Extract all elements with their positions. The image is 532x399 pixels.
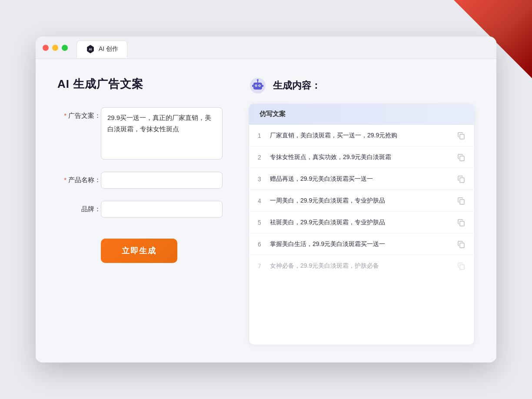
result-text: 赠品再送，29.9元美白淡斑霜买一送一: [270, 174, 457, 183]
copy-icon[interactable]: [457, 196, 466, 205]
minimize-button[interactable]: [52, 45, 58, 51]
result-item: 5祛斑美白，29.9元美白淡斑霜，专业护肤品: [249, 212, 474, 233]
svg-rect-13: [460, 156, 464, 161]
result-number: 7: [258, 263, 270, 269]
svg-rect-11: [262, 85, 263, 87]
copy-icon[interactable]: [457, 131, 466, 140]
result-item: 3赠品再送，29.9元美白淡斑霜买一送一: [249, 168, 474, 190]
result-item: 2专抹女性斑点，真实功效，29.9元美白淡斑霜: [249, 146, 474, 168]
svg-rect-15: [460, 200, 464, 204]
copy-icon[interactable]: [457, 262, 466, 270]
copy-icon[interactable]: [457, 175, 466, 183]
svg-point-9: [257, 79, 259, 81]
result-item: 6掌握美白生活，29.9元美白淡斑霜买一送一: [249, 233, 474, 255]
product-name-input[interactable]: 美白淡斑霜: [101, 172, 223, 189]
ad-copy-label: *广告文案：: [57, 107, 101, 120]
window-controls: [43, 45, 68, 51]
results-list: 1厂家直销，美白淡斑霜，买一送一，29.9元抢购 2专抹女性斑点，真实功效，29…: [249, 125, 474, 276]
maximize-button[interactable]: [62, 45, 68, 51]
svg-point-6: [256, 85, 256, 86]
svg-rect-3: [253, 83, 262, 90]
title-bar: AI AI 创作: [36, 37, 496, 59]
result-text: 祛斑美白，29.9元美白淡斑霜，专业护肤品: [270, 218, 457, 227]
result-item: 7女神必备，29.9元美白淡斑霜，护肤必备: [249, 255, 474, 276]
page-title: AI 生成广告文案: [57, 76, 223, 92]
left-panel: AI 生成广告文案 *广告文案： 29.9买一送一，真正的厂家直销，美白淡斑霜，…: [57, 76, 223, 345]
copy-icon[interactable]: [457, 240, 466, 249]
result-number: 3: [258, 176, 270, 183]
bot-icon: [249, 76, 267, 95]
results-card: 仿写文案 1厂家直销，美白淡斑霜，买一送一，29.9元抢购 2专抹女性斑点，真实…: [249, 103, 475, 345]
svg-rect-17: [460, 243, 464, 248]
result-text: 女神必备，29.9元美白淡斑霜，护肤必备: [270, 261, 457, 270]
form-row-ad-copy: *广告文案： 29.9买一送一，真正的厂家直销，美白淡斑霜，专抹女性斑点: [57, 107, 223, 160]
svg-rect-14: [460, 178, 464, 183]
result-number: 5: [258, 219, 270, 226]
svg-rect-16: [460, 221, 464, 226]
right-panel-title: 生成内容：: [273, 79, 321, 92]
results-header: 仿写文案: [249, 104, 474, 125]
brand-input[interactable]: 好白: [101, 201, 223, 218]
tab-label: AI 创作: [99, 45, 118, 53]
result-number: 6: [258, 241, 270, 248]
copy-icon[interactable]: [457, 153, 466, 162]
generate-button[interactable]: 立即生成: [101, 239, 177, 263]
right-header: 生成内容：: [249, 76, 475, 95]
required-star-2: *: [64, 176, 66, 183]
result-text: 厂家直销，美白淡斑霜，买一送一，29.9元抢购: [270, 131, 457, 140]
svg-point-7: [259, 85, 260, 86]
result-item: 4一周美白，29.9元美白淡斑霜，专业护肤品: [249, 190, 474, 212]
svg-rect-10: [252, 85, 253, 87]
main-content: AI 生成广告文案 *广告文案： 29.9买一送一，真正的厂家直销，美白淡斑霜，…: [36, 59, 496, 362]
result-number: 4: [258, 197, 270, 204]
right-panel: 生成内容： 仿写文案 1厂家直销，美白淡斑霜，买一送一，29.9元抢购 2专抹女…: [249, 76, 475, 345]
svg-text:AI: AI: [89, 47, 92, 51]
browser-window: AI AI 创作 AI 生成广告文案 *广告文案： 29.9买一送一，真正的厂家…: [36, 37, 496, 362]
form-row-brand: 品牌： 好白: [57, 201, 223, 218]
product-name-label: *产品名称：: [57, 172, 101, 184]
result-text: 掌握美白生活，29.9元美白淡斑霜买一送一: [270, 239, 457, 249]
result-number: 1: [258, 132, 270, 139]
result-item: 1厂家直销，美白淡斑霜，买一送一，29.9元抢购: [249, 125, 474, 146]
ai-tab-icon: AI: [86, 44, 95, 54]
ad-copy-input[interactable]: 29.9买一送一，真正的厂家直销，美白淡斑霜，专抹女性斑点: [101, 107, 223, 160]
brand-label: 品牌：: [57, 201, 101, 213]
result-text: 一周美白，29.9元美白淡斑霜，专业护肤品: [270, 196, 457, 205]
result-text: 专抹女性斑点，真实功效，29.9元美白淡斑霜: [270, 153, 457, 162]
tab-ai-creation[interactable]: AI AI 创作: [76, 40, 127, 58]
required-star-1: *: [64, 112, 66, 119]
copy-icon[interactable]: [457, 218, 466, 227]
form-row-product-name: *产品名称： 美白淡斑霜: [57, 172, 223, 189]
close-button[interactable]: [43, 45, 49, 51]
svg-rect-18: [460, 265, 464, 269]
result-number: 2: [258, 154, 270, 161]
svg-rect-12: [460, 134, 464, 139]
